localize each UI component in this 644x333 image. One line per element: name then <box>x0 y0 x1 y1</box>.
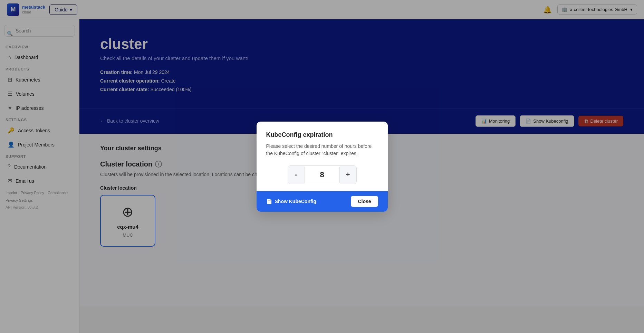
show-kubeconfig-modal-button[interactable]: 📄 Show KubeConfig <box>266 197 317 206</box>
kubeconfig-expiration-modal: KubeConfig expiration Please select the … <box>257 122 388 212</box>
minus-icon: - <box>295 171 297 179</box>
hours-value: 8 <box>305 167 340 183</box>
hours-stepper: - 8 + <box>288 165 357 184</box>
close-modal-button[interactable]: Close <box>351 196 378 207</box>
modal-footer: 📄 Show KubeConfig Close <box>257 191 388 212</box>
show-kubeconfig-modal-label: Show KubeConfig <box>275 199 317 204</box>
decrement-button[interactable]: - <box>288 166 305 184</box>
plus-icon: + <box>346 171 350 179</box>
modal-body: KubeConfig expiration Please select the … <box>257 122 388 191</box>
modal-overlay[interactable]: KubeConfig expiration Please select the … <box>0 0 644 333</box>
modal-title: KubeConfig expiration <box>266 131 378 139</box>
close-label: Close <box>358 199 371 204</box>
kubeconfig-modal-icon: 📄 <box>266 199 272 204</box>
modal-description: Please select the desired number of hour… <box>266 143 378 157</box>
increment-button[interactable]: + <box>340 166 356 184</box>
